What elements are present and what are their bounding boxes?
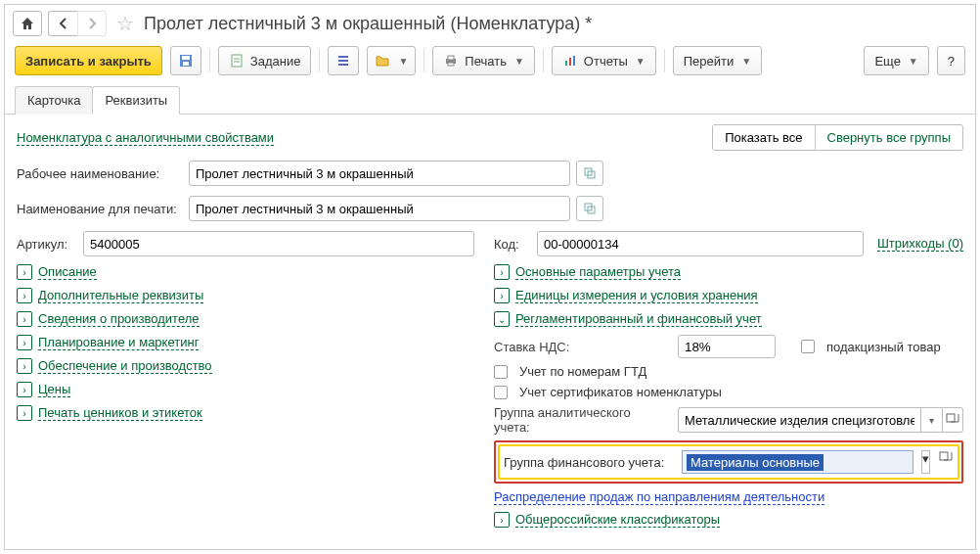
svg-rect-5 <box>448 56 454 60</box>
cert-label: Учет сертификатов номенклатуры <box>519 385 722 399</box>
task-icon <box>229 53 245 69</box>
goto-button[interactable]: Перейти ▼ <box>673 46 762 75</box>
code-input[interactable] <box>537 231 864 256</box>
favorite-star-icon[interactable]: ☆ <box>116 12 134 35</box>
fin-group-dropdown-button[interactable]: ▾ <box>921 450 930 474</box>
svg-rect-9 <box>573 56 575 66</box>
svg-rect-3 <box>232 55 242 67</box>
copy-button-2[interactable] <box>576 196 603 221</box>
tab-card[interactable]: Карточка <box>15 86 93 115</box>
section-manufacturer[interactable]: ›Сведения о производителе <box>17 311 474 327</box>
list-button[interactable] <box>328 46 359 75</box>
chevron-right-icon: › <box>17 288 32 303</box>
article-input[interactable] <box>83 231 474 256</box>
section-main-params[interactable]: ›Основные параметры учета <box>494 264 963 280</box>
copy-icon <box>582 165 598 181</box>
chevron-right-icon: › <box>17 382 32 397</box>
analytic-open-button[interactable] <box>942 407 963 433</box>
work-name-input[interactable] <box>189 161 570 186</box>
chevron-right-icon: › <box>494 264 510 280</box>
back-button[interactable] <box>48 11 77 36</box>
list-icon <box>335 53 351 69</box>
code-label: Код: <box>494 237 529 252</box>
svg-rect-1 <box>182 56 190 60</box>
section-extra[interactable]: ›Дополнительные реквизиты <box>17 288 474 303</box>
chevron-down-icon: ▼ <box>909 56 918 67</box>
cert-checkbox[interactable] <box>494 386 508 399</box>
printer-icon <box>443 53 459 69</box>
chevron-right-icon: › <box>17 311 32 327</box>
show-all-button[interactable]: Показать все <box>713 125 815 150</box>
copy-button[interactable] <box>576 161 603 186</box>
task-button[interactable]: Задание <box>218 46 312 75</box>
home-button[interactable] <box>13 11 42 36</box>
toolbar: Записать и закрыть Задание ▼ Печать ▼ От… <box>5 42 975 85</box>
chevron-down-icon: ▼ <box>741 56 751 67</box>
svg-rect-8 <box>569 58 571 66</box>
floppy-icon <box>178 53 194 69</box>
print-name-input[interactable] <box>189 196 570 221</box>
folder-icon <box>375 53 390 69</box>
section-production[interactable]: ›Обеспечение и производство <box>17 358 474 374</box>
chevron-right-icon: › <box>494 288 510 303</box>
open-icon <box>938 450 954 466</box>
chevron-right-icon: › <box>494 512 510 528</box>
section-prices[interactable]: ›Цены <box>17 382 474 397</box>
chart-icon <box>562 53 578 69</box>
chevron-right-icon: › <box>17 335 32 350</box>
fin-group-value: Материалы основные <box>687 454 824 471</box>
work-name-label: Рабочее наименование: <box>17 166 183 181</box>
window-title: Пролет лестничный 3 м окрашенный (Номенк… <box>144 14 592 34</box>
section-classifiers[interactable]: ›Общероссийские классификаторы <box>494 512 963 528</box>
chevron-down-icon: ⌄ <box>494 311 510 327</box>
fin-group-input[interactable]: Материалы основные <box>682 450 913 474</box>
forward-button[interactable] <box>77 11 107 36</box>
home-icon <box>20 16 35 31</box>
chevron-down-icon: ▼ <box>514 56 524 67</box>
gtd-label: Учет по номерам ГТД <box>519 364 646 379</box>
print-button[interactable]: Печать ▼ <box>432 46 535 75</box>
arrow-left-icon <box>56 16 71 31</box>
svg-rect-7 <box>565 61 567 66</box>
section-print-tags[interactable]: ›Печать ценников и этикеток <box>17 405 474 421</box>
section-description[interactable]: ›Описание <box>17 264 474 280</box>
gtd-checkbox[interactable] <box>494 365 508 379</box>
fin-group-label: Группа финансового учета: <box>504 455 674 470</box>
svg-rect-6 <box>448 63 454 66</box>
excise-checkbox[interactable] <box>801 340 815 353</box>
section-planning[interactable]: ›Планирование и маркетинг <box>17 335 474 350</box>
analytic-dropdown-button[interactable]: ▾ <box>920 407 942 433</box>
vat-label: Ставка НДС: <box>494 340 578 354</box>
tabs: Карточка Реквизиты <box>5 85 975 115</box>
copy-icon <box>582 201 598 216</box>
reports-button[interactable]: Отчеты ▼ <box>552 46 656 75</box>
more-button[interactable]: Еще ▼ <box>864 46 928 75</box>
analytic-input[interactable] <box>678 407 920 433</box>
barcodes-link[interactable]: Штрихкоды (0) <box>877 236 963 252</box>
titlebar: ☆ Пролет лестничный 3 м окрашенный (Номе… <box>5 5 975 42</box>
fin-group-open-button[interactable] <box>938 450 954 474</box>
svg-rect-2 <box>183 62 189 66</box>
chevron-down-icon: ▼ <box>636 56 646 67</box>
excise-label: подакцизный товар <box>826 340 941 354</box>
open-icon <box>945 412 960 428</box>
arrow-right-icon <box>84 16 100 31</box>
folder-dd-button[interactable]: ▼ <box>367 46 416 75</box>
save-button[interactable] <box>170 46 201 75</box>
print-name-label: Наименование для печати: <box>17 202 183 216</box>
help-button[interactable]: ? <box>937 46 965 75</box>
article-label: Артикул: <box>17 237 75 252</box>
vat-input[interactable] <box>678 335 776 358</box>
save-close-button[interactable]: Записать и закрыть <box>15 46 162 75</box>
tab-props[interactable]: Реквизиты <box>92 86 180 115</box>
collapse-all-button[interactable]: Свернуть все группы <box>816 125 962 150</box>
distribution-link[interactable]: Распределение продаж по направлениям дея… <box>494 489 824 505</box>
section-units[interactable]: ›Единицы измерения и условия хранения <box>494 288 963 303</box>
analytic-label: Группа аналитического учета: <box>494 405 670 435</box>
svg-rect-14 <box>947 414 955 422</box>
chevron-right-icon: › <box>17 405 32 421</box>
similar-items-link[interactable]: Номенклатура с аналогичными свойствами <box>17 130 274 146</box>
fin-group-highlight: Группа финансового учета: Материалы осно… <box>494 440 963 484</box>
chevron-right-icon: › <box>17 358 32 374</box>
section-reg-fin[interactable]: ⌄Регламентированный и финансовый учет <box>494 311 963 327</box>
